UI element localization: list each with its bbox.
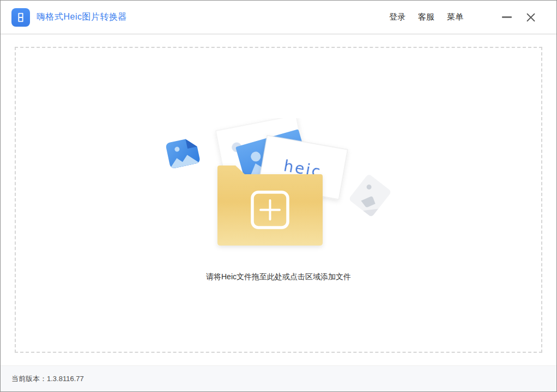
- login-button[interactable]: 登录: [389, 12, 405, 22]
- app-logo: [11, 8, 30, 27]
- close-icon: [525, 12, 536, 23]
- main-area: heic: [1, 34, 556, 365]
- support-button[interactable]: 客服: [418, 12, 434, 22]
- status-bar: 当前版本：1.3.8116.77: [1, 365, 556, 391]
- add-folder-icon: [217, 166, 323, 246]
- close-button[interactable]: [524, 10, 537, 25]
- title-bar: 嗨格式Heic图片转换器 登录 客服 菜单: [1, 1, 556, 34]
- titlebar-menu: 登录 客服 菜单: [389, 10, 556, 25]
- dropzone-hint: 请将Heic文件拖至此处或点击区域添加文件: [206, 272, 351, 282]
- hiformat-h-icon: [15, 11, 27, 23]
- app-window: 嗨格式Heic图片转换器 登录 客服 菜单: [0, 0, 557, 392]
- photo-sticker-icon: [164, 137, 201, 170]
- version-text: 当前版本：1.3.8116.77: [11, 374, 84, 384]
- gray-paper-icon: [348, 173, 392, 218]
- minimize-icon: [502, 16, 512, 17]
- app-title: 嗨格式Heic图片转换器: [37, 11, 127, 23]
- file-dropzone[interactable]: heic: [15, 47, 542, 353]
- minimize-button[interactable]: [500, 10, 513, 25]
- menu-button[interactable]: 菜单: [447, 12, 463, 22]
- add-files-illustration: heic: [161, 118, 396, 252]
